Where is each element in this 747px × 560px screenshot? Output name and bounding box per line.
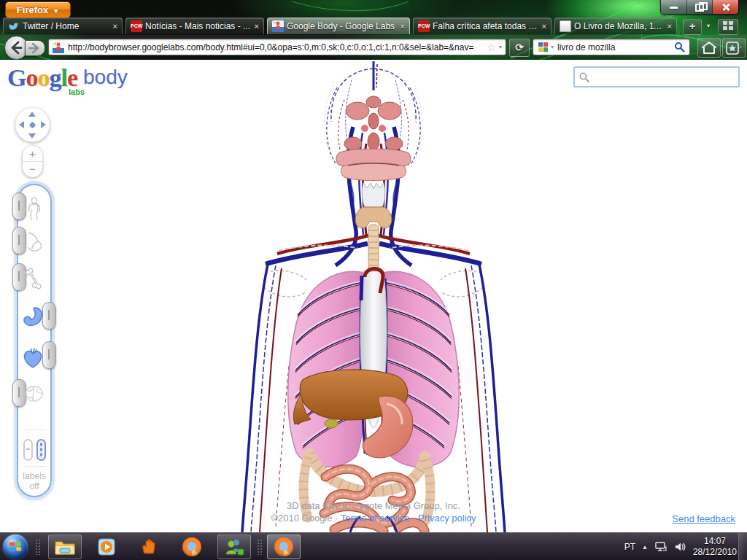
tab-close-icon[interactable]: × <box>667 22 672 31</box>
media-player-icon <box>98 537 117 556</box>
forward-arrow-icon <box>26 41 44 55</box>
tab-title: Falha crítica afeta todas a... <box>433 21 539 31</box>
multi-slider-mode-button[interactable] <box>36 439 46 461</box>
chevron-down-icon: ▾ <box>707 23 710 29</box>
taskbar-explorer-button[interactable] <box>48 534 82 559</box>
firefox-menu-button[interactable]: Firefox▼ <box>5 1 71 18</box>
hand-app-icon <box>140 537 159 556</box>
show-desktop-button[interactable] <box>738 533 747 560</box>
google-body-page: Googlebody labs + − <box>0 60 747 532</box>
google-wordmark: Google <box>7 64 77 91</box>
terms-link[interactable]: Terms of service <box>341 513 410 524</box>
clock-date: 28/12/2010 <box>693 547 737 558</box>
tab-close-icon[interactable]: × <box>400 22 405 31</box>
search-query-text[interactable]: livro de mozilla <box>557 42 674 52</box>
chevron-down-icon[interactable]: ▾ <box>551 44 554 50</box>
explorer-icon <box>54 538 76 556</box>
hidden-icons-button[interactable]: ▲ <box>642 544 648 551</box>
firefox-icon <box>274 537 293 556</box>
tab-livro-mozilla[interactable]: O Livro de Mozilla, 11:9 × <box>554 18 677 34</box>
pan-down-icon[interactable] <box>28 133 36 139</box>
tab-close-icon[interactable]: × <box>113 22 117 31</box>
network-icon[interactable] <box>654 541 667 553</box>
single-slider-mode-button[interactable] <box>23 439 33 461</box>
google-body-logo[interactable]: Googlebody labs <box>7 64 128 92</box>
browser-search-bar[interactable]: ▾ livro de mozilla <box>533 39 690 55</box>
pan-up-icon[interactable] <box>28 112 36 117</box>
taskbar-firefox-button[interactable] <box>175 534 209 559</box>
layer-organs[interactable] <box>18 300 50 332</box>
layer-panel: labels off <box>17 184 52 497</box>
new-tab-button[interactable]: + <box>683 19 702 35</box>
layer-circulation[interactable] <box>18 340 50 372</box>
layer-brain[interactable] <box>18 378 50 410</box>
layer-muscles[interactable] <box>18 225 50 257</box>
send-feedback-link[interactable]: Send feedback <box>672 513 735 524</box>
bookmarks-button[interactable] <box>722 38 746 58</box>
bookmark-star-icon[interactable]: ☆ <box>487 42 496 53</box>
forward-button[interactable] <box>25 40 45 56</box>
google-copyright: ©2010 Google <box>271 513 332 524</box>
anatomy-3d-model[interactable] <box>228 60 519 532</box>
search-icon <box>578 71 590 83</box>
search-icon[interactable] <box>674 42 685 52</box>
skeleton-layer-icon <box>23 266 45 292</box>
reload-button[interactable]: ⟳ <box>509 39 530 57</box>
tab-title: Notícias - Mais noticias - ... <box>145 21 252 31</box>
labels-toggle-button[interactable]: labels off <box>18 471 50 491</box>
layer-skin[interactable] <box>18 191 50 223</box>
tab-falha-critica[interactable]: PCW Falha crítica afeta todas a... × <box>413 18 551 34</box>
anatomy-gallbladder[interactable] <box>325 419 338 428</box>
restore-button[interactable] <box>687 0 713 14</box>
tab-groups-button[interactable] <box>718 19 738 35</box>
plus-icon: + <box>689 20 695 32</box>
taskbar-media-player-button[interactable] <box>90 534 124 559</box>
search-input[interactable] <box>593 71 738 83</box>
chevron-down-icon[interactable]: ▾ <box>499 44 502 50</box>
tab-title: Twitter / Home <box>23 21 110 31</box>
muscles-layer-icon <box>23 230 45 256</box>
minimize-button[interactable] <box>661 0 687 14</box>
layer-skeleton[interactable] <box>18 262 50 294</box>
restore-icon-back <box>699 2 708 10</box>
privacy-link[interactable]: Privacy policy <box>418 513 476 524</box>
volume-icon[interactable] <box>674 541 686 553</box>
close-button[interactable] <box>713 0 738 14</box>
home-icon <box>698 39 720 57</box>
taskbar-hand-app-button[interactable] <box>133 534 166 559</box>
google-body-icon <box>272 20 284 32</box>
home-button[interactable] <box>697 38 721 58</box>
windows-taskbar: PT ▲ 14:07 28/12/2010 <box>0 532 747 560</box>
taskbar-clock[interactable]: 14:07 28/12/2010 <box>693 536 737 558</box>
tab-close-icon[interactable]: × <box>255 22 259 31</box>
pan-left-icon[interactable] <box>19 121 24 128</box>
tab-noticias[interactable]: PCW Notícias - Mais noticias - ... × <box>125 18 264 34</box>
body-search-box[interactable] <box>573 66 740 88</box>
url-text[interactable]: http://bodybrowser.googlelabs.com/body.h… <box>68 42 485 52</box>
taskbar-messenger-button[interactable] <box>217 534 251 559</box>
start-button[interactable] <box>3 534 28 559</box>
url-bar[interactable]: http://bodybrowser.googlelabs.com/body.h… <box>48 39 506 55</box>
zoom-out-button[interactable]: − <box>23 162 42 176</box>
anatomy-head-glands[interactable] <box>344 96 403 150</box>
google-search-icon <box>538 42 549 52</box>
tab-groups-icon <box>723 21 733 30</box>
zoom-in-button[interactable]: + <box>23 146 42 162</box>
tab-close-icon[interactable]: × <box>542 22 546 31</box>
tab-twitter[interactable]: Twitter / Home × <box>3 18 123 34</box>
tab-google-body-active[interactable]: Google Body - Google Labs × <box>267 18 410 34</box>
language-indicator[interactable]: PT <box>624 542 635 552</box>
pan-right-icon[interactable] <box>41 121 46 128</box>
slider-dot <box>40 453 42 456</box>
taskbar-grip <box>35 539 41 555</box>
bookmarks-star-icon <box>726 42 742 55</box>
labels-toggle-line2: off <box>18 481 50 491</box>
organs-layer-icon <box>21 305 44 332</box>
labs-label: labs <box>69 88 85 96</box>
tab-list-button[interactable]: ▾ <box>703 19 713 34</box>
pan-center-icon[interactable] <box>29 122 36 129</box>
anatomy-mouth[interactable] <box>336 149 411 181</box>
pan-control[interactable] <box>15 108 50 142</box>
taskbar-firefox-active-button[interactable] <box>267 534 301 559</box>
product-name: body <box>83 66 128 88</box>
